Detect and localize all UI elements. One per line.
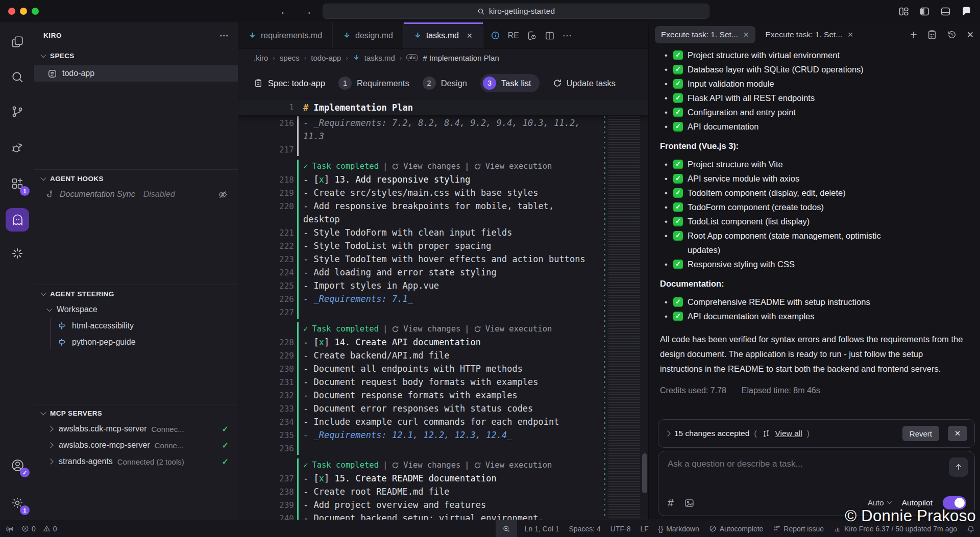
toggle-panel-icon[interactable] [940,6,951,17]
editor-line[interactable]: 222 - Style TodoList with proper spacing… [238,239,601,252]
update-tasks-button[interactable]: Update tasks [553,79,616,88]
sparkle-icon[interactable] [5,241,30,266]
minimize-window-button[interactable] [20,8,27,15]
steering-file-item[interactable]: python-pep-guide [34,334,238,350]
editor-line[interactable]: 11.3_ ✓ Task completed | View changes | [238,130,601,143]
eol-sequence[interactable]: LF [640,525,648,533]
extensions-icon[interactable]: 1 [5,171,30,196]
editor-line[interactable]: 228 - [x] 14. Create API documentation ✓… [238,336,601,349]
sticky-scroll-line[interactable]: 1 # Implementation Plan [238,100,648,115]
run-debug-icon[interactable] [5,136,30,160]
editor-line[interactable]: 220 - Add responsive breakpoints for mob… [238,199,601,213]
editor-line[interactable]: 231 - Document request body formats with… [238,375,601,389]
dismiss-changes-button[interactable]: ✕ [948,426,967,441]
chat-bubble-icon[interactable] [961,6,972,17]
editor-line[interactable]: 239 - Add project overview and features … [238,498,601,512]
editor-tab[interactable]: design.md ✕ [333,22,404,48]
close-chat-tab-icon[interactable]: ✕ [743,31,749,39]
editor-line[interactable]: 237 - [x] 15. Create README documentatio… [238,472,601,485]
layout-grid-icon[interactable] [898,6,909,17]
breadcrumb-item[interactable]: tasks.md [364,54,395,62]
specs-section-header[interactable]: SPECS [34,48,238,63]
mcp-server-item[interactable]: awslabs.core-mcp-server Conne... ✓ [34,437,238,453]
mcp-server-item[interactable]: awslabs.cdk-mcp-server Connec... ✓ [34,421,238,437]
editor-line[interactable]: 230 - Document all endpoints with HTTP m… [238,362,601,375]
revert-button[interactable]: Revert [902,426,939,441]
editor-line[interactable]: 229 - Create backend/API.md file ✓ Task … [238,349,601,362]
editor-line[interactable]: 219 - Create src/styles/main.css with ba… [238,186,601,199]
model-auto-dropdown[interactable]: Auto [868,498,892,507]
editor-line[interactable]: ✓ Task completed | View changes | View e… [238,160,601,173]
cursor-position[interactable]: Ln 1, Col 1 [525,525,559,533]
kiro-plan-usage[interactable]: Kiro Free 6.37 / 50 updated 7m ago [834,525,957,533]
editor-line[interactable]: 227 ✓ Task completed | View changes [238,305,601,319]
editor-line[interactable]: 217 ✓ Task completed | View changes [238,143,601,156]
source-control-icon[interactable] [5,99,30,124]
close-chat-tab-icon[interactable]: ✕ [847,31,853,39]
editor-line[interactable]: 236 ✓ Task completed | View changes [238,442,601,455]
mcp-servers-header[interactable]: MCP SERVERS [34,405,238,421]
history-back-button[interactable]: ← [280,5,290,17]
breadcrumb-item[interactable]: todo-app [311,54,341,62]
codelens[interactable]: ✓ Task completed | View changes | View e… [303,324,552,334]
agent-steering-header[interactable]: AGENT STEERING [34,286,238,301]
editor-line[interactable]: 221 - Style TodoForm with clean input fi… [238,226,601,239]
scrollbar-thumb[interactable] [642,453,647,493]
attach-image-icon[interactable] [684,498,695,508]
spec-step[interactable]: 2 Design [423,76,467,90]
problems-warnings[interactable]: 0 [43,525,57,533]
command-center-search[interactable]: kiro-getting-started [323,4,709,19]
spec-step[interactable]: 1 Requirements [338,76,409,90]
new-chat-icon[interactable]: + [910,29,917,41]
context-hash-icon[interactable]: # [668,497,674,509]
sidebar-item-todo-app[interactable]: todo-app [34,65,238,82]
mcp-server-item[interactable]: strands-agents Connected (2 tools) ✓ [34,453,238,470]
encoding[interactable]: UTF-8 [610,525,631,533]
spec-step[interactable]: 3 Task list [480,74,540,92]
editor-line[interactable]: 226 - _Requirements: 7.1_ ✓ Task complet… [238,292,601,305]
close-window-button[interactable] [8,8,15,15]
editor-line[interactable]: 232 - Document response formats with exa… [238,389,601,402]
editor-line[interactable]: 234 - Include example curl commands for … [238,415,601,428]
breadcrumb-item[interactable]: specs [280,54,300,62]
editor-line[interactable]: 240 - Document backend setup: virtual en… [238,512,601,520]
view-all-link[interactable]: View all [775,429,802,438]
editor-line[interactable]: 218 - [x] 13. Add responsive styling ✓ T… [238,173,601,186]
codelens[interactable]: ✓ Task completed | View changes | View e… [303,162,552,171]
sidebar-more-actions-icon[interactable]: ⋯ [219,30,229,41]
editor-tab[interactable]: tasks.md ✕ [404,22,483,48]
editor-line[interactable]: 235 - _Requirements: 12.1, 12.2, 12.3, 1… [238,428,601,442]
kiro-agent-icon[interactable] [6,208,29,232]
zoom-window-button[interactable] [32,8,39,15]
chevron-right-icon[interactable] [665,430,670,436]
hook-item-documentation-sync[interactable]: Documentation Sync Disabled [34,186,238,202]
split-editor-icon[interactable] [545,31,555,41]
editor-line[interactable]: 233 - Document error responses with stat… [238,402,601,415]
breadcrumb-item[interactable]: .kiro [254,54,268,62]
codelens[interactable]: ✓ Task completed | View changes | View e… [303,461,552,470]
editor-content[interactable]: 1 # Implementation Plan 216 - _Requireme… [238,100,648,520]
editor-tab[interactable]: requirements.md ✕ [238,22,333,48]
notifications-bell-icon[interactable] [967,525,975,533]
search-sidebar-icon[interactable] [5,65,30,89]
settings-gear-icon[interactable]: 1 [5,491,30,515]
explorer-icon[interactable] [5,30,30,54]
remote-indicator-icon[interactable] [5,524,14,533]
editor-line[interactable]: 238 - Create root README.md file ✓ Task … [238,485,601,498]
chat-tab[interactable]: Execute task: 1. Set... ✕ [760,26,860,43]
editor-line[interactable]: ✓ Task completed | View changes | View e… [238,322,601,336]
report-issue[interactable]: Report issue [773,525,824,533]
editor-line[interactable]: desktop ✓ Task completed | View changes … [238,213,601,226]
language-mode[interactable]: {} Markdown [658,525,699,533]
open-preview-icon[interactable] [527,31,537,41]
editor-line[interactable]: ✓ Task completed | View changes | View e… [238,458,601,472]
steering-workspace-row[interactable]: Workspace [34,301,238,318]
autocomplete-status[interactable]: Autocomplete [709,525,764,533]
history-forward-button[interactable]: → [302,5,312,17]
close-panel-icon[interactable]: ✕ [967,30,974,40]
more-actions-icon[interactable]: ⋯ [562,30,572,41]
agent-hooks-header[interactable]: AGENT HOOKS [34,171,238,186]
breadcrumb-symbol[interactable]: # Implementation Plan [423,54,499,62]
chat-tab[interactable]: Execute task: 1. Set... ✕ [655,26,755,43]
close-tab-icon[interactable]: ✕ [467,32,473,40]
